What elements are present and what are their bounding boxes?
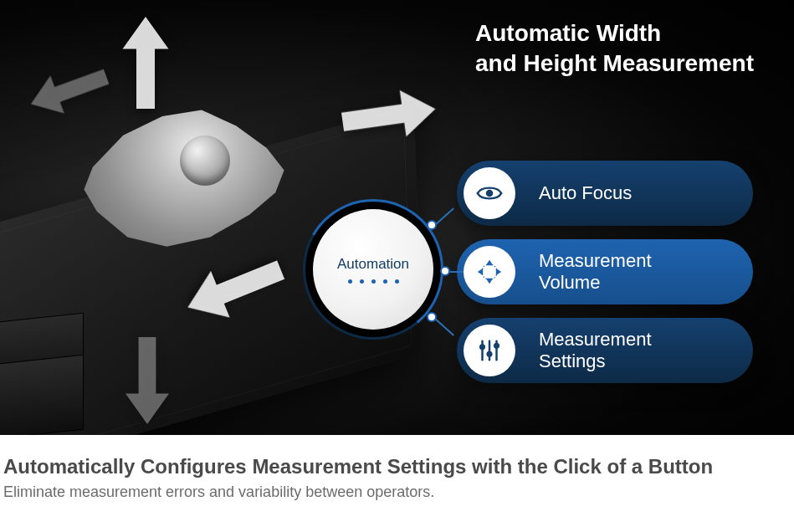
instrument-side-panel <box>0 355 84 435</box>
feature-label: MeasurementSettings <box>539 329 652 373</box>
caption-subtitle: Eliminate measurement errors and variabi… <box>3 483 791 501</box>
svg-point-1 <box>482 264 497 279</box>
heading-line-1: Automatic Width <box>475 20 661 46</box>
svg-point-5 <box>479 344 485 350</box>
svg-point-0 <box>486 190 494 197</box>
automation-hub: Automation <box>303 199 443 340</box>
hero-image: Automatic Width and Height Measurement A… <box>0 0 794 435</box>
heading-line-2: and Height Measurement <box>475 50 754 76</box>
hub-inner: Automation <box>313 209 433 330</box>
feature-label: Auto Focus <box>539 182 632 204</box>
svg-point-7 <box>494 343 499 349</box>
svg-point-6 <box>486 351 492 357</box>
sliders-icon <box>464 325 515 376</box>
expand-arrows-icon <box>464 246 515 298</box>
hero-heading: Automatic Width and Height Measurement <box>475 18 754 79</box>
connector-node <box>427 312 437 322</box>
caption-title: Automatically Configures Measurement Set… <box>3 455 791 478</box>
eye-icon <box>464 167 515 219</box>
arrow-right-icon <box>332 84 447 146</box>
arrow-upper-left-icon <box>23 53 115 127</box>
feature-label: MeasurementVolume <box>539 250 652 294</box>
connector-node <box>440 266 450 276</box>
connector-node <box>427 220 437 230</box>
feature-measurement-settings: MeasurementSettings <box>457 318 753 383</box>
caption-block: Automatically Configures Measurement Set… <box>0 435 794 501</box>
arrow-down-icon <box>126 335 169 427</box>
hub-dots <box>348 279 399 284</box>
feature-measurement-volume: MeasurementVolume <box>457 239 753 304</box>
hub-label: Automation <box>337 256 409 273</box>
connector-line <box>448 271 464 273</box>
arrow-up-icon <box>122 17 169 109</box>
feature-auto-focus: Auto Focus <box>457 161 753 226</box>
